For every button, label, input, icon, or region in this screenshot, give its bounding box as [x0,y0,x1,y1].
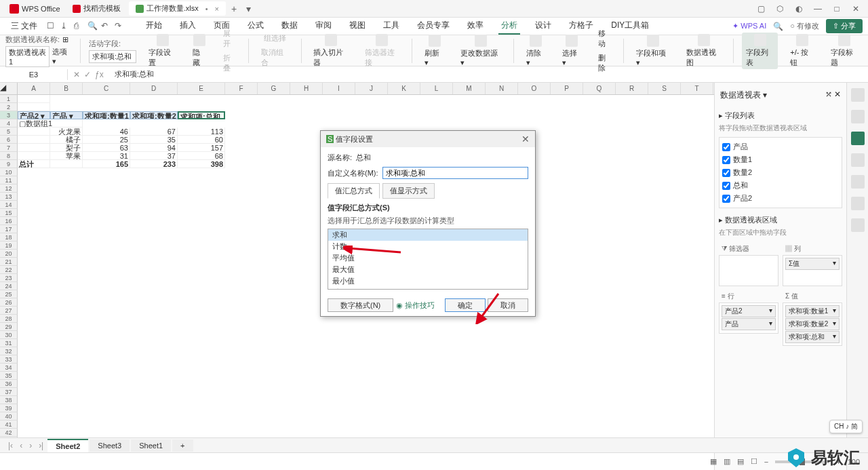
area-item[interactable]: 求和项:数量2▾ [785,318,840,330]
rt-select-icon[interactable] [851,110,865,123]
row-header[interactable]: 2 [0,103,18,111]
area-header[interactable]: ▸ 数据透视表区域 [719,214,842,227]
area-item[interactable]: Σ值▾ [785,258,840,270]
row-header[interactable]: 34 [0,364,18,372]
select-all-corner[interactable]: ◢ [0,83,18,94]
row-header[interactable]: 21 [0,258,18,266]
display-tab[interactable]: 值显示方式 [382,183,435,199]
col-header[interactable]: F [225,83,258,94]
sheet-tab[interactable]: Sheet2 [47,439,88,452]
sheet-last-icon[interactable]: ›| [36,441,46,450]
filter-conn-button[interactable]: 筛选器连接 [361,33,403,69]
col-header[interactable]: M [453,83,486,94]
row-header[interactable]: 14 [0,201,18,209]
file-menu[interactable]: 三 文件 [5,18,43,34]
field-hdr-button[interactable]: 字段标题 [827,33,863,69]
cell[interactable]: 37 [130,152,178,160]
pm-button[interactable]: +/- 按钮 [786,33,818,69]
field-item[interactable]: 产品 [722,140,839,153]
cell[interactable]: 165 [83,160,130,168]
cell[interactable]: 113 [178,128,225,136]
tab-analyze[interactable]: 分析 [498,18,520,35]
tips-link[interactable]: ◉ 操作技巧 [396,301,435,309]
calc-type-list[interactable]: 求和 计数 平均值 最大值 最小值 乘积 [328,229,528,290]
pivot-name-input[interactable]: 数据透视表1 [5,46,50,67]
row-header[interactable]: 5 [0,128,18,136]
pivot-header[interactable]: 产品2 ▾ [18,111,50,119]
slicer-button[interactable]: 插入切片器 [309,33,352,69]
cube-icon[interactable]: ⬡ [773,2,787,16]
row-header[interactable]: 15 [0,209,18,217]
cell[interactable]: 35 [130,136,178,144]
col-header[interactable]: R [616,83,648,94]
name-box[interactable]: E3 [0,69,68,80]
pin-icon[interactable]: ⤱ [825,90,832,99]
minimize-button[interactable]: — [811,2,825,16]
field-list-header[interactable]: ▸ 字段列表 [719,109,842,122]
select-button[interactable]: 选择 ▾ [558,33,586,68]
tab-design[interactable]: 设计 [532,18,554,35]
row-header[interactable]: 7 [0,144,18,152]
tab-workbook[interactable]: 工作簿数量.xlsx•× [129,1,226,16]
ungroup-button[interactable]: 取消组合 [257,46,292,69]
col-header[interactable]: O [518,83,551,94]
col-header[interactable]: J [355,83,388,94]
field-list-button[interactable]: 字段列表 [742,33,778,69]
cell[interactable]: 31 [83,152,130,160]
row-header[interactable]: 4 [0,119,18,128]
save-icon[interactable]: ⤓ [60,21,71,32]
row-header[interactable]: 30 [0,331,18,339]
cell[interactable]: 火龙果 [50,128,83,136]
window-icon[interactable]: ▢ [754,2,768,16]
sheet-first-icon[interactable]: |‹ [5,441,16,450]
field-item-button[interactable]: 字段和项 ▾ [632,33,674,68]
val-area[interactable]: 求和项:数量1▾求和项:数量2▾求和项:总和▾ [783,302,842,346]
active-field-input[interactable]: 求和项:总和 [89,50,136,63]
field-item[interactable]: 数量1 [722,153,839,166]
col-header[interactable]: K [388,83,420,94]
row-header[interactable]: 1 [0,95,18,103]
row-header[interactable]: 12 [0,184,18,193]
undo-icon[interactable]: ↶ [101,21,112,32]
area-item[interactable]: 求和项:数量1▾ [785,305,840,317]
preview-icon[interactable]: 🔍 [87,21,98,32]
row-header[interactable]: 10 [0,168,18,176]
row-header[interactable]: 28 [0,315,18,323]
move-button[interactable]: 移动 [594,27,616,50]
row-header[interactable]: 23 [0,274,18,282]
close-panel-icon[interactable]: ✕ [834,90,841,99]
row-header[interactable]: 40 [0,412,18,420]
maximize-button[interactable]: □ [830,2,844,16]
cell[interactable]: 233 [130,160,178,168]
row-header[interactable]: 24 [0,282,18,290]
clear-button[interactable]: 清除 ▾ [522,33,550,68]
close-button[interactable]: ✕ [849,2,863,16]
total-label[interactable]: 总计 [18,160,50,168]
pivot-header[interactable]: 产品 ▾ [50,111,83,119]
col-header[interactable]: E [178,83,225,94]
col-area[interactable]: Σ值▾ [783,255,842,286]
row-header[interactable]: 8 [0,152,18,160]
filter-area[interactable] [719,255,778,286]
cell[interactable]: 398 [178,160,225,168]
avatar-icon[interactable]: ◐ [792,2,806,16]
col-header[interactable]: T [681,83,713,94]
field-item[interactable]: 数量2 [722,166,839,179]
cell[interactable]: 94 [130,144,178,152]
row-header[interactable]: 39 [0,404,18,412]
cancel-icon[interactable]: ✕ [73,70,80,79]
col-header[interactable]: N [486,83,518,94]
fx-icon[interactable]: ƒx [95,70,104,79]
view-custom-icon[interactable]: ▤ [737,457,744,466]
zoom-out-icon[interactable]: − [764,458,768,466]
row-header[interactable]: 6 [0,136,18,144]
row-area[interactable]: 产品2▾产品▾ [719,302,778,334]
row-header[interactable]: 25 [0,290,18,298]
row-header[interactable]: 35 [0,372,18,380]
field-item[interactable]: 总和 [722,179,839,192]
pivot-header[interactable]: 求和项:数量1 [83,111,130,119]
row-header[interactable]: 42 [0,429,18,437]
cell[interactable]: 157 [178,144,225,152]
ime-badge[interactable]: CH ♪ 简 [829,420,863,433]
row-header[interactable]: 17 [0,225,18,233]
